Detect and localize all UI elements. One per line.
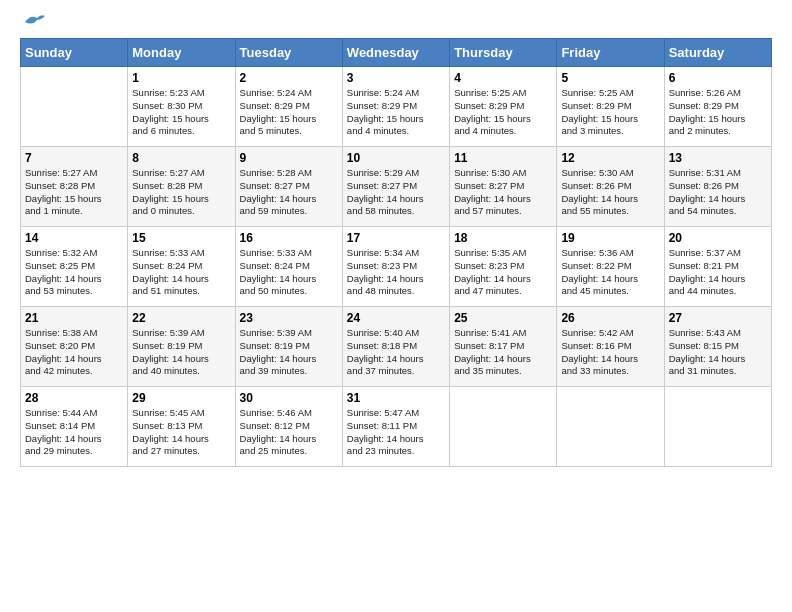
calendar-cell: 28Sunrise: 5:44 AM Sunset: 8:14 PM Dayli… xyxy=(21,387,128,467)
day-info: Sunrise: 5:33 AM Sunset: 8:24 PM Dayligh… xyxy=(240,247,338,298)
day-info: Sunrise: 5:29 AM Sunset: 8:27 PM Dayligh… xyxy=(347,167,445,218)
day-info: Sunrise: 5:44 AM Sunset: 8:14 PM Dayligh… xyxy=(25,407,123,458)
calendar-cell: 18Sunrise: 5:35 AM Sunset: 8:23 PM Dayli… xyxy=(450,227,557,307)
calendar-cell: 4Sunrise: 5:25 AM Sunset: 8:29 PM Daylig… xyxy=(450,67,557,147)
day-info: Sunrise: 5:39 AM Sunset: 8:19 PM Dayligh… xyxy=(132,327,230,378)
day-info: Sunrise: 5:26 AM Sunset: 8:29 PM Dayligh… xyxy=(669,87,767,138)
day-info: Sunrise: 5:36 AM Sunset: 8:22 PM Dayligh… xyxy=(561,247,659,298)
logo xyxy=(20,20,45,28)
logo-bird-icon xyxy=(23,12,45,28)
day-number: 29 xyxy=(132,391,230,405)
day-number: 17 xyxy=(347,231,445,245)
day-number: 31 xyxy=(347,391,445,405)
calendar-cell: 13Sunrise: 5:31 AM Sunset: 8:26 PM Dayli… xyxy=(664,147,771,227)
day-number: 20 xyxy=(669,231,767,245)
day-number: 6 xyxy=(669,71,767,85)
day-info: Sunrise: 5:27 AM Sunset: 8:28 PM Dayligh… xyxy=(25,167,123,218)
page-header xyxy=(20,20,772,28)
day-info: Sunrise: 5:35 AM Sunset: 8:23 PM Dayligh… xyxy=(454,247,552,298)
day-info: Sunrise: 5:32 AM Sunset: 8:25 PM Dayligh… xyxy=(25,247,123,298)
day-info: Sunrise: 5:45 AM Sunset: 8:13 PM Dayligh… xyxy=(132,407,230,458)
day-info: Sunrise: 5:42 AM Sunset: 8:16 PM Dayligh… xyxy=(561,327,659,378)
day-number: 21 xyxy=(25,311,123,325)
day-number: 22 xyxy=(132,311,230,325)
calendar-cell: 30Sunrise: 5:46 AM Sunset: 8:12 PM Dayli… xyxy=(235,387,342,467)
day-info: Sunrise: 5:47 AM Sunset: 8:11 PM Dayligh… xyxy=(347,407,445,458)
calendar-cell: 1Sunrise: 5:23 AM Sunset: 8:30 PM Daylig… xyxy=(128,67,235,147)
calendar-cell: 9Sunrise: 5:28 AM Sunset: 8:27 PM Daylig… xyxy=(235,147,342,227)
day-info: Sunrise: 5:40 AM Sunset: 8:18 PM Dayligh… xyxy=(347,327,445,378)
calendar-cell: 12Sunrise: 5:30 AM Sunset: 8:26 PM Dayli… xyxy=(557,147,664,227)
weekday-header-monday: Monday xyxy=(128,39,235,67)
day-number: 24 xyxy=(347,311,445,325)
calendar-cell xyxy=(450,387,557,467)
calendar-cell: 10Sunrise: 5:29 AM Sunset: 8:27 PM Dayli… xyxy=(342,147,449,227)
day-number: 28 xyxy=(25,391,123,405)
calendar-cell: 2Sunrise: 5:24 AM Sunset: 8:29 PM Daylig… xyxy=(235,67,342,147)
day-info: Sunrise: 5:46 AM Sunset: 8:12 PM Dayligh… xyxy=(240,407,338,458)
weekday-header-thursday: Thursday xyxy=(450,39,557,67)
calendar-cell: 29Sunrise: 5:45 AM Sunset: 8:13 PM Dayli… xyxy=(128,387,235,467)
calendar-cell: 20Sunrise: 5:37 AM Sunset: 8:21 PM Dayli… xyxy=(664,227,771,307)
day-info: Sunrise: 5:33 AM Sunset: 8:24 PM Dayligh… xyxy=(132,247,230,298)
calendar-cell: 24Sunrise: 5:40 AM Sunset: 8:18 PM Dayli… xyxy=(342,307,449,387)
weekday-header-saturday: Saturday xyxy=(664,39,771,67)
day-number: 7 xyxy=(25,151,123,165)
calendar-cell xyxy=(21,67,128,147)
calendar-week-row: 1Sunrise: 5:23 AM Sunset: 8:30 PM Daylig… xyxy=(21,67,772,147)
day-number: 23 xyxy=(240,311,338,325)
day-number: 3 xyxy=(347,71,445,85)
calendar-cell: 19Sunrise: 5:36 AM Sunset: 8:22 PM Dayli… xyxy=(557,227,664,307)
day-number: 15 xyxy=(132,231,230,245)
day-info: Sunrise: 5:31 AM Sunset: 8:26 PM Dayligh… xyxy=(669,167,767,218)
day-info: Sunrise: 5:24 AM Sunset: 8:29 PM Dayligh… xyxy=(240,87,338,138)
calendar-week-row: 28Sunrise: 5:44 AM Sunset: 8:14 PM Dayli… xyxy=(21,387,772,467)
day-number: 16 xyxy=(240,231,338,245)
calendar-cell: 25Sunrise: 5:41 AM Sunset: 8:17 PM Dayli… xyxy=(450,307,557,387)
day-info: Sunrise: 5:34 AM Sunset: 8:23 PM Dayligh… xyxy=(347,247,445,298)
calendar-cell: 16Sunrise: 5:33 AM Sunset: 8:24 PM Dayli… xyxy=(235,227,342,307)
calendar-week-row: 14Sunrise: 5:32 AM Sunset: 8:25 PM Dayli… xyxy=(21,227,772,307)
calendar-cell: 15Sunrise: 5:33 AM Sunset: 8:24 PM Dayli… xyxy=(128,227,235,307)
day-info: Sunrise: 5:41 AM Sunset: 8:17 PM Dayligh… xyxy=(454,327,552,378)
weekday-header-tuesday: Tuesday xyxy=(235,39,342,67)
day-info: Sunrise: 5:30 AM Sunset: 8:26 PM Dayligh… xyxy=(561,167,659,218)
day-number: 30 xyxy=(240,391,338,405)
day-number: 19 xyxy=(561,231,659,245)
calendar-cell: 21Sunrise: 5:38 AM Sunset: 8:20 PM Dayli… xyxy=(21,307,128,387)
calendar-cell: 17Sunrise: 5:34 AM Sunset: 8:23 PM Dayli… xyxy=(342,227,449,307)
day-number: 18 xyxy=(454,231,552,245)
day-info: Sunrise: 5:39 AM Sunset: 8:19 PM Dayligh… xyxy=(240,327,338,378)
day-number: 26 xyxy=(561,311,659,325)
calendar-header: SundayMondayTuesdayWednesdayThursdayFrid… xyxy=(21,39,772,67)
day-info: Sunrise: 5:25 AM Sunset: 8:29 PM Dayligh… xyxy=(561,87,659,138)
day-info: Sunrise: 5:23 AM Sunset: 8:30 PM Dayligh… xyxy=(132,87,230,138)
weekday-header-wednesday: Wednesday xyxy=(342,39,449,67)
day-number: 1 xyxy=(132,71,230,85)
day-info: Sunrise: 5:24 AM Sunset: 8:29 PM Dayligh… xyxy=(347,87,445,138)
day-number: 8 xyxy=(132,151,230,165)
calendar-cell: 26Sunrise: 5:42 AM Sunset: 8:16 PM Dayli… xyxy=(557,307,664,387)
weekday-header-friday: Friday xyxy=(557,39,664,67)
calendar-cell: 22Sunrise: 5:39 AM Sunset: 8:19 PM Dayli… xyxy=(128,307,235,387)
day-number: 14 xyxy=(25,231,123,245)
calendar-table: SundayMondayTuesdayWednesdayThursdayFrid… xyxy=(20,38,772,467)
day-number: 4 xyxy=(454,71,552,85)
calendar-week-row: 7Sunrise: 5:27 AM Sunset: 8:28 PM Daylig… xyxy=(21,147,772,227)
day-info: Sunrise: 5:38 AM Sunset: 8:20 PM Dayligh… xyxy=(25,327,123,378)
calendar-body: 1Sunrise: 5:23 AM Sunset: 8:30 PM Daylig… xyxy=(21,67,772,467)
day-number: 12 xyxy=(561,151,659,165)
calendar-cell: 11Sunrise: 5:30 AM Sunset: 8:27 PM Dayli… xyxy=(450,147,557,227)
calendar-cell: 27Sunrise: 5:43 AM Sunset: 8:15 PM Dayli… xyxy=(664,307,771,387)
weekday-header-sunday: Sunday xyxy=(21,39,128,67)
day-number: 9 xyxy=(240,151,338,165)
calendar-cell xyxy=(664,387,771,467)
day-info: Sunrise: 5:28 AM Sunset: 8:27 PM Dayligh… xyxy=(240,167,338,218)
calendar-cell: 5Sunrise: 5:25 AM Sunset: 8:29 PM Daylig… xyxy=(557,67,664,147)
day-info: Sunrise: 5:27 AM Sunset: 8:28 PM Dayligh… xyxy=(132,167,230,218)
calendar-cell: 23Sunrise: 5:39 AM Sunset: 8:19 PM Dayli… xyxy=(235,307,342,387)
day-number: 2 xyxy=(240,71,338,85)
day-info: Sunrise: 5:37 AM Sunset: 8:21 PM Dayligh… xyxy=(669,247,767,298)
day-number: 13 xyxy=(669,151,767,165)
calendar-cell: 3Sunrise: 5:24 AM Sunset: 8:29 PM Daylig… xyxy=(342,67,449,147)
